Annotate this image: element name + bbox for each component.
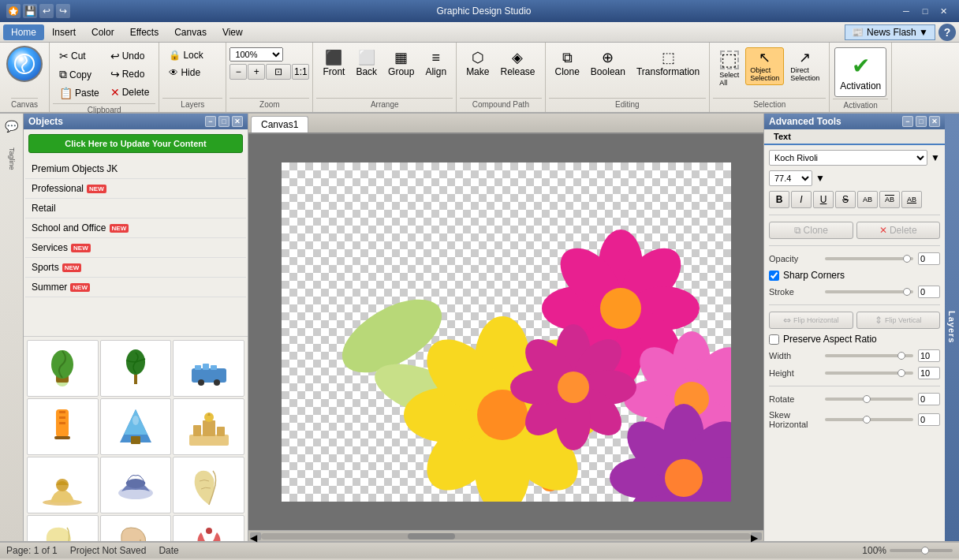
menu-home[interactable]: Home (3, 24, 44, 40)
cut-button[interactable]: ✂ Cut (54, 47, 104, 65)
width-slider[interactable] (825, 354, 913, 357)
list-item[interactable]: School and Office NEW (25, 218, 246, 238)
scroll-right-btn[interactable]: ▶ (751, 532, 762, 540)
scroll-left-btn[interactable]: ◀ (250, 532, 261, 540)
zoom-in-button[interactable]: + (248, 64, 265, 80)
thumbnail-item[interactable] (173, 398, 244, 455)
stroke-thumb[interactable] (903, 288, 911, 296)
text-tab[interactable]: Text (764, 129, 945, 145)
thumbnail-item[interactable] (27, 457, 99, 513)
rotate-thumb[interactable] (863, 395, 871, 403)
update-content-button[interactable]: Click Here to Update Your Content (28, 134, 243, 153)
boolean-button[interactable]: ⊕ Boolean (586, 47, 630, 80)
opacity-value[interactable] (918, 252, 940, 265)
panel-pin-button[interactable]: − (205, 116, 216, 127)
maximize-button[interactable]: □ (916, 4, 934, 18)
font-size-select[interactable]: 77.4 8 10 12 14 18 24 36 48 72 (769, 170, 812, 186)
hide-button[interactable]: 👁 Hide (164, 65, 205, 80)
delete-button[interactable]: ✕ Delete (106, 84, 155, 101)
thumbnail-item[interactable] (27, 515, 99, 541)
subscript-button[interactable]: AB (901, 191, 922, 208)
opacity-slider[interactable] (825, 257, 913, 260)
panel-close-button[interactable]: ✕ (232, 116, 243, 127)
clone-button[interactable]: ⧉ Clone (769, 222, 853, 239)
thumbnail-item[interactable] (100, 398, 172, 455)
direct-selection-button[interactable]: ↗ DirectSelection (785, 47, 824, 85)
clone-ribbon-button[interactable]: ⧉ Clone (550, 47, 584, 80)
thumbnail-item[interactable] (100, 515, 172, 541)
menu-effects[interactable]: Effects (122, 24, 166, 40)
front-button[interactable]: ⬛ Front (318, 47, 349, 80)
smallcaps-button[interactable]: AB (879, 191, 900, 208)
news-flash-btn[interactable]: 📰 News Flash ▼ (845, 24, 935, 40)
object-selection-button[interactable]: ↖ ObjectSelection (745, 47, 784, 85)
list-item[interactable]: Sports NEW (25, 258, 246, 278)
copy-button[interactable]: ⧉ Copy (54, 65, 104, 84)
list-item[interactable]: Services NEW (25, 238, 246, 258)
thumbnail-item[interactable] (100, 457, 172, 513)
sidebar-text-tool[interactable]: Tagline (2, 139, 21, 178)
zoom-slider-thumb[interactable] (921, 547, 929, 554)
stroke-slider[interactable] (825, 290, 913, 293)
right-panel-expand-btn[interactable]: □ (916, 116, 927, 127)
lock-button[interactable]: 🔒 Lock (164, 47, 207, 63)
flip-vertical-button[interactable]: ⇕ Flip Vertical (856, 312, 941, 329)
thumbnail-item[interactable] (173, 340, 244, 397)
underline-button[interactable]: U (813, 191, 834, 208)
menu-view[interactable]: View (215, 24, 251, 40)
skew-h-slider[interactable] (825, 418, 913, 421)
scroll-thumb[interactable] (408, 533, 455, 539)
width-value[interactable] (918, 349, 940, 362)
menu-color[interactable]: Color (84, 24, 122, 40)
list-item[interactable]: Retail (25, 199, 246, 218)
preserve-aspect-checkbox[interactable] (769, 334, 779, 345)
flip-horizontal-button[interactable]: ⇔ Flip Horizontal (769, 312, 853, 329)
list-item[interactable]: Premium Objects JK (25, 159, 246, 179)
canvas-tab-1[interactable]: Canvas1 (251, 116, 308, 133)
delete-action-button[interactable]: ✕ Delete (856, 222, 941, 239)
strikethrough-button[interactable]: S (835, 191, 856, 208)
allcaps-button[interactable]: AB (857, 191, 878, 208)
thumbnail-item[interactable] (173, 515, 244, 541)
canvas-viewport[interactable] (248, 134, 763, 530)
sidebar-chat-tool[interactable]: 💬 (2, 117, 21, 136)
list-item[interactable]: Summer NEW (25, 278, 246, 297)
bold-button[interactable]: B (769, 191, 789, 208)
release-button[interactable]: ◈ Release (495, 47, 539, 80)
minimize-button[interactable]: ─ (897, 4, 915, 18)
window-controls[interactable]: ─ □ ✕ (897, 4, 953, 18)
thumbnail-item[interactable] (100, 340, 172, 397)
zoom-slider[interactable] (890, 549, 953, 552)
opacity-thumb[interactable] (903, 255, 911, 263)
transformation-button[interactable]: ⬚ Transformation (632, 47, 704, 80)
skew-h-value[interactable] (918, 413, 940, 426)
redo-button[interactable]: ↪ Redo (106, 65, 155, 83)
panel-expand-button[interactable]: □ (218, 116, 229, 127)
width-thumb[interactable] (897, 352, 905, 360)
canvas-scrollbar-horizontal[interactable]: ◀ ▶ (248, 530, 763, 541)
rotate-value[interactable] (918, 393, 940, 405)
zoom-out-button[interactable]: − (229, 64, 247, 80)
thumbnail-item[interactable] (173, 457, 244, 513)
layers-side-tab[interactable]: Layers (945, 114, 959, 541)
rotate-slider[interactable] (825, 398, 913, 401)
right-panel-close-btn[interactable]: ✕ (929, 116, 940, 127)
height-slider[interactable] (825, 371, 913, 375)
font-family-select[interactable]: Koch Rivoli Arial Times New Roman (769, 150, 927, 166)
height-value[interactable] (918, 367, 940, 379)
make-button[interactable]: ⬡ Make (461, 47, 494, 80)
activation-button[interactable]: ✔ Activation (834, 47, 886, 97)
zoom-select[interactable]: 25% 50% 75% 100% 150% 200% (229, 47, 283, 62)
align-button[interactable]: ≡ Align (420, 47, 451, 80)
right-panel-pin-btn[interactable]: − (902, 116, 913, 127)
menu-canvas[interactable]: Canvas (166, 24, 215, 40)
back-button[interactable]: ⬜ Back (351, 47, 382, 80)
sharp-corners-checkbox[interactable] (769, 271, 779, 281)
select-all-button[interactable]: ⬚ SelectAll (715, 47, 744, 90)
undo-button[interactable]: ↩ Undo (106, 47, 155, 65)
italic-button[interactable]: I (791, 191, 812, 208)
list-item[interactable]: Professional NEW (25, 179, 246, 199)
height-thumb[interactable] (897, 369, 905, 377)
help-button[interactable]: ? (938, 24, 956, 41)
thumbnail-item[interactable] (27, 398, 99, 455)
